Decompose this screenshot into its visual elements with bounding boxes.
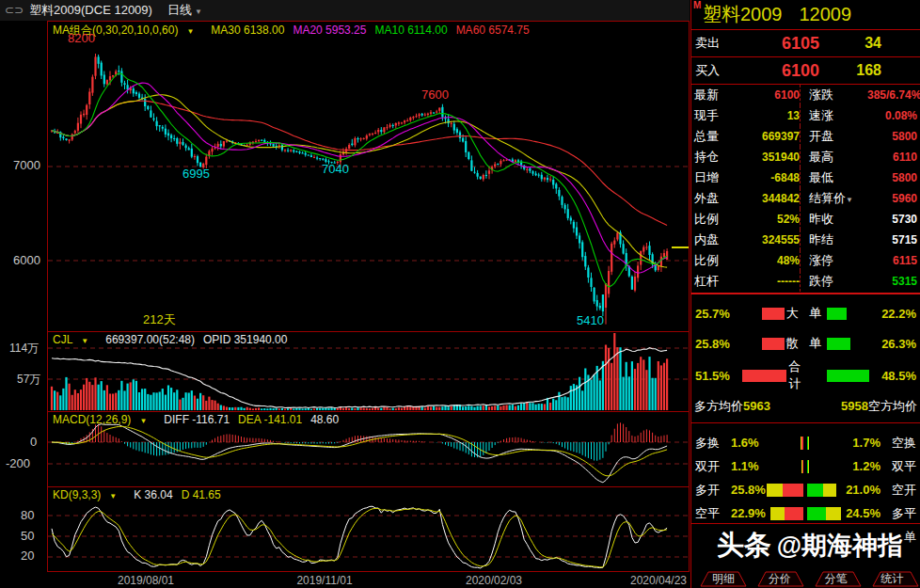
ask-qty: 34	[819, 35, 881, 52]
position-row-longopen: 多开25.8% 21.0%空开	[691, 478, 920, 501]
tab-stats[interactable]: 统计	[864, 570, 920, 588]
volume-axis-57w: 57万	[17, 372, 40, 388]
annotation-low-6995: 6995	[182, 167, 210, 181]
tab-detail[interactable]: 明细	[695, 570, 752, 588]
opid-value: OPID 351940.00	[203, 333, 287, 346]
quote-row-volume: 总量669397 开盘5800	[691, 126, 920, 147]
ma-indicator-header: MA组合(0,30,20,10,0,60)▼MA30 6138.00MA20 5…	[53, 23, 538, 39]
kd-axis-50: 50	[21, 529, 34, 543]
d-value: D 41.65	[182, 488, 221, 501]
watermark-brand: 头条	[717, 530, 771, 560]
big-sell-bar	[827, 308, 846, 320]
annotation-high-8200: 8200	[68, 31, 95, 45]
big-buy-bar	[762, 308, 785, 320]
annotation-low-5410: 5410	[577, 313, 604, 327]
volume-axis-114w: 114万	[9, 341, 39, 357]
ma10-value: MA10 6114.00	[374, 24, 447, 37]
annotation-high-7600: 7600	[421, 87, 449, 102]
macd-bar-value: 48.60	[310, 413, 339, 426]
bid-label: 买入	[695, 62, 738, 79]
volume-indicator-header: CJL▼669397.00(52:48)OPID 351940.00	[53, 333, 295, 346]
macd-indicator-header: MACD(12,26,9)▼DIFF -116.71DEA -141.0148.…	[53, 413, 347, 426]
price-axis-6000: 6000	[13, 253, 40, 267]
total-buy-bar	[742, 370, 786, 382]
bottom-tab-bar: 明细 分价 分笔 统计	[691, 570, 920, 588]
tab-tick[interactable]: 分笔	[808, 570, 864, 588]
ask-row[interactable]: 卖出 6105 34	[691, 30, 920, 56]
contract-code: 12009	[800, 4, 852, 24]
short-avg-price: 5958	[841, 399, 868, 413]
strength-row-big-orders: 25.7% 大 单 22.2%	[691, 298, 920, 328]
long-avg-price: 5963	[743, 399, 770, 413]
quote-row-outer: 外盘344842 结算价▼5960	[691, 188, 920, 209]
position-change-section: 多换1.6% 1.7%空换 双开1.1% 1.2%双平 多开25.8%	[691, 431, 920, 525]
contract-name: 塑料2009	[703, 4, 783, 24]
annotation-days-count: 212天	[143, 311, 176, 328]
quote-row-dayincrease: 日增-6848 最低5800	[691, 167, 920, 188]
futures-trading-app: ⊂⊃塑料2009(DCE 12009)日线▼ MA组合(0,30,20,10,0…	[0, 0, 920, 588]
strength-row-total: 51.5% 合 计 48.5%	[691, 358, 920, 389]
cjl-dropdown-icon[interactable]: ▼	[81, 337, 88, 345]
cjl-label[interactable]: CJL	[53, 333, 72, 346]
tab-price-dist[interactable]: 分价	[752, 570, 808, 588]
bid-row[interactable]: 买入 6100 168	[691, 57, 920, 84]
kd-axis-20: 20	[21, 548, 34, 563]
ma60-value: MA60 6574.75	[456, 24, 530, 37]
ma-dropdown-icon[interactable]: ▼	[186, 27, 194, 36]
quote-row-openinterest: 持仓351940 最高6110	[691, 147, 920, 167]
annotation-low-7040: 7040	[322, 162, 349, 176]
x-axis-date-3: 2020/02/03	[452, 574, 536, 587]
ask-price: 6105	[738, 34, 819, 54]
settlement-dropdown-icon[interactable]: ▼	[846, 196, 853, 204]
macd-axis-m200: -200	[6, 456, 30, 470]
quote-row-lot: 现手13 速涨0.08%	[691, 105, 920, 126]
quote-row-latest: 最新6100 涨跌385/6.74%	[691, 85, 920, 105]
macd-axis-0: 0	[30, 435, 37, 449]
panel-contract-title: 塑料200912009	[703, 2, 851, 27]
bid-price: 6100	[738, 61, 819, 81]
marker-m-badge: M	[693, 0, 701, 10]
ma30-value: MA30 6138.00	[211, 24, 284, 37]
kd-label[interactable]: KD(9,3,3)	[53, 488, 101, 501]
price-axis-7000: 7000	[13, 158, 40, 172]
watermark: 头条@期海神指单	[691, 527, 920, 564]
quote-row-leverage: 杠杆------ 跌停5315	[691, 271, 920, 292]
kd-axis-80: 80	[21, 508, 34, 522]
diff-value: DIFF -116.71	[164, 413, 230, 426]
average-price-row: 多方均价5963 5958空方均价	[691, 395, 920, 416]
macd-dropdown-icon[interactable]: ▼	[139, 417, 147, 425]
quote-panel: M 塑料200912009 卖出 6105 34 买入 6100 168 最新6…	[690, 0, 920, 588]
dea-value: DEA -141.01	[238, 413, 302, 426]
x-axis-date-4: 2020/04/23	[616, 574, 701, 587]
macd-label[interactable]: MACD(12,26,9)	[53, 413, 131, 426]
position-row-shortclose: 空平22.9% 24.5%多平	[691, 501, 920, 525]
position-row-doubleopen: 双开1.1% 1.2%双平	[691, 454, 920, 478]
retail-buy-bar	[762, 338, 785, 350]
retail-sell-bar	[827, 338, 849, 350]
kd-dropdown-icon[interactable]: ▼	[109, 492, 117, 501]
x-axis-date-2: 2019/11/01	[282, 574, 367, 587]
kd-indicator-header: KD(9,3,3)▼K 36.04D 41.65	[53, 488, 230, 501]
quote-row-innerratio: 比例48% 涨停6115	[691, 250, 920, 271]
bid-qty: 168	[819, 62, 881, 79]
total-sell-bar	[827, 370, 869, 382]
quote-grid: 最新6100 涨跌385/6.74% 现手13 速涨0.08% 总量669397…	[691, 85, 920, 292]
strength-row-retail-orders: 25.8% 散 单 26.3%	[691, 328, 920, 358]
ma20-value: MA20 5953.25	[293, 24, 366, 37]
ask-label: 卖出	[695, 35, 738, 52]
position-row-longswap: 多换1.6% 1.7%空换	[691, 431, 920, 454]
watermark-handle: @期海神指	[777, 532, 903, 560]
x-axis-date-1: 2019/08/01	[103, 574, 188, 587]
k-value: K 36.04	[134, 488, 172, 501]
watermark-extra: 单	[904, 530, 916, 544]
cjl-value: 669397.00(52:48)	[105, 333, 195, 346]
quote-row-outerratio: 比例52% 昨收5730	[691, 209, 920, 230]
quote-row-inner: 内盘324555 昨结5715	[691, 230, 920, 250]
order-strength-section: 25.7% 大 单 22.2% 25.8% 散 单 26.3% 51.5% 合 …	[691, 298, 920, 389]
